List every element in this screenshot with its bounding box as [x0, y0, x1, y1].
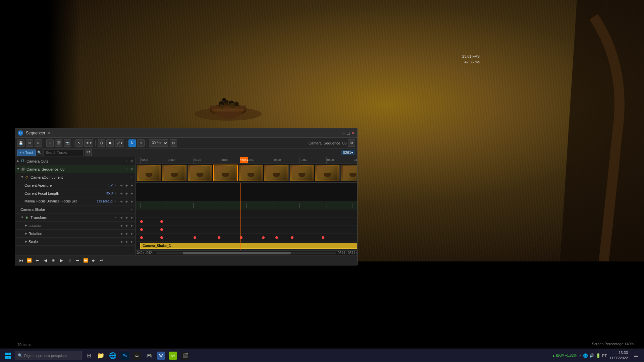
kf-focus-5[interactable] [239, 236, 243, 239]
filter-btn[interactable]: 🖊▾ [115, 139, 124, 147]
step-forward-btn[interactable]: ➡ [74, 257, 81, 264]
play-reverse-btn[interactable]: ◀ [42, 257, 49, 264]
kf-focus-3[interactable] [193, 236, 197, 239]
key-focus-btn[interactable]: ◆ [124, 199, 129, 204]
minimize-button[interactable]: − [342, 130, 345, 136]
maximize-button[interactable]: □ [347, 130, 350, 136]
more-btn[interactable]: ⊙ [137, 139, 145, 147]
select-btn[interactable]: ↖ [75, 139, 83, 147]
next-key-focal-btn[interactable]: ▶ [129, 191, 134, 196]
scroll-thumb[interactable] [183, 252, 291, 254]
loop-btn[interactable]: ↩ [98, 257, 105, 264]
rotation-track[interactable]: ▶ Rotation ◀ ◆ ▶ [15, 230, 136, 238]
prev-key-focal-btn[interactable]: ◀ [119, 191, 123, 196]
key-focal-btn[interactable]: ◆ [124, 191, 129, 196]
add-key-btn[interactable]: + [113, 183, 118, 188]
timeline-camera-shake[interactable]: Camera_Shake_C [136, 242, 357, 250]
kf-focus-8[interactable] [290, 236, 294, 239]
timeline-scrollbar[interactable]: -042+ -042+ 0514+ 0514+ [136, 250, 357, 255]
kf-focus-1[interactable] [140, 236, 144, 239]
photoshop-btn[interactable]: Ps [119, 350, 130, 361]
scale-next-btn[interactable]: ▶ [129, 239, 134, 244]
word-btn[interactable]: W [156, 350, 166, 361]
skip-to-end-btn[interactable]: ⏭ [90, 257, 97, 264]
timeline-camera-cuts[interactable] [136, 183, 357, 201]
filter-dropdown[interactable]: ≡▾ [85, 149, 92, 156]
kf-focus-4[interactable] [217, 236, 221, 239]
location-next-btn[interactable]: ▶ [129, 223, 134, 228]
sequencer-close-tab[interactable]: × [48, 131, 50, 135]
kf-focus-7[interactable] [275, 236, 278, 239]
kf-focus-9[interactable] [321, 236, 325, 239]
timeline-tracks[interactable]: Camera_Shake_C ▲ [136, 183, 357, 250]
volume-icon[interactable]: 🔊 [589, 353, 594, 358]
key-btn[interactable]: ◆ [124, 183, 129, 188]
expand-arrow-rotation[interactable]: ▶ [24, 232, 28, 235]
close-button[interactable]: × [352, 130, 355, 136]
save-btn[interactable]: 💾 [17, 139, 24, 147]
timeline-camera-component[interactable] [136, 209, 357, 218]
expand-arrow-seq[interactable]: ▼ [16, 168, 20, 171]
transform-track[interactable]: ▼ ⊕ Transform + ◀ ◆ ▶ [15, 214, 136, 222]
current-aperture-track[interactable]: Current Aperture 1.2 + ◀ ◆ ▶ [15, 181, 136, 189]
timeline-focus-distance[interactable] [136, 234, 357, 242]
stop-btn[interactable]: ■ [50, 257, 57, 264]
location-track[interactable]: ▶ Location ◀ ◆ ▶ [15, 222, 136, 230]
camera-options-btn[interactable]: ⊞ [129, 159, 134, 164]
kf-focal-1[interactable] [140, 228, 144, 231]
task-view-btn[interactable]: ⊟ [83, 350, 94, 361]
kf-aperture-1[interactable] [140, 220, 144, 223]
add-track-button[interactable]: + + Track [17, 149, 36, 156]
next-key-frame-btn[interactable]: ⏩ [82, 257, 89, 264]
add-component-btn[interactable]: + [129, 175, 134, 180]
settings-btn[interactable]: ⚙ [348, 139, 355, 147]
location-key-btn[interactable]: ◀ [119, 223, 123, 228]
transform-btn[interactable]: ⬡ [98, 139, 105, 147]
search-tracks-input[interactable] [43, 149, 84, 156]
step-back-btn[interactable]: ⬅ [34, 257, 41, 264]
skip-to-start-btn[interactable]: ⏮ [18, 257, 24, 264]
taskbar-search[interactable]: 🔍 [15, 351, 82, 360]
system-clock[interactable]: 13:33 11/05/2022 [609, 350, 628, 361]
time-ruler[interactable]: 0261▾ 0000 0060 0120 0180 0240 0300 0360… [136, 157, 357, 164]
key-btn[interactable]: ⬢ [106, 139, 114, 147]
transform-key2-btn[interactable]: ◆ [124, 215, 129, 220]
rotation-key-btn[interactable]: ◀ [119, 231, 123, 236]
add-key-focus-btn[interactable]: + [113, 199, 118, 204]
snap-btn[interactable]: N [128, 139, 136, 147]
render-btn[interactable]: 🎬 [55, 139, 62, 147]
play-pause-btn[interactable]: ⏸ [66, 257, 73, 264]
unreal-btn[interactable]: 🎬 [180, 350, 191, 361]
expand-arrow-location[interactable]: ▶ [24, 224, 28, 227]
start-button[interactable] [3, 350, 13, 361]
fps-selector[interactable]: 30 fps 24 fps 60 fps [149, 139, 168, 147]
timeline-aperture[interactable] [136, 218, 357, 226]
play-btn[interactable]: ▶ [58, 257, 65, 264]
scale-key-btn[interactable]: ◀ [119, 239, 123, 244]
taskbar-search-input[interactable] [24, 354, 78, 358]
grid-btn[interactable]: ⊞ [46, 139, 54, 147]
scale-key2-btn[interactable]: ◆ [124, 239, 129, 244]
timeline-transform[interactable] [136, 250, 357, 250]
add-transform-btn[interactable]: + [113, 215, 118, 220]
viewport-btn[interactable]: ⊡ [170, 139, 177, 147]
scale-track[interactable]: ▶ Scale ◀ ◆ ▶ [15, 238, 136, 246]
browser-btn[interactable]: 🌐 [107, 350, 118, 361]
undo-btn[interactable]: ↺ [26, 139, 33, 147]
location-key2-btn[interactable]: ◆ [124, 223, 129, 228]
transform-next-btn[interactable]: ▶ [129, 215, 134, 220]
focus-distance-track[interactable]: Manual Focus Distance (Focus Set 233.108… [15, 197, 136, 205]
seq-options-btn[interactable]: ⊞ [129, 167, 134, 172]
file-explorer-btn[interactable]: 📁 [95, 350, 106, 361]
add-key-focal-btn[interactable]: + [113, 191, 118, 196]
next-key-focus-btn[interactable]: ▶ [129, 199, 134, 204]
expand-arrow-scale[interactable]: ▶ [24, 240, 28, 243]
rotation-next-btn[interactable]: ▶ [129, 231, 134, 236]
prev-key-focus-btn[interactable]: ◀ [119, 199, 123, 204]
focal-length-track[interactable]: Current Focal Length 35.0 + ◀ ◆ ▶ [15, 189, 136, 197]
expand-arrow-transform[interactable]: ▼ [20, 216, 24, 219]
timeline-camera-sequence[interactable] [136, 201, 357, 209]
scroll-track[interactable] [156, 252, 336, 254]
another-app-btn[interactable]: 🗂 [131, 350, 142, 361]
camera-shake-bar[interactable]: Camera_Shake_C [140, 243, 357, 249]
